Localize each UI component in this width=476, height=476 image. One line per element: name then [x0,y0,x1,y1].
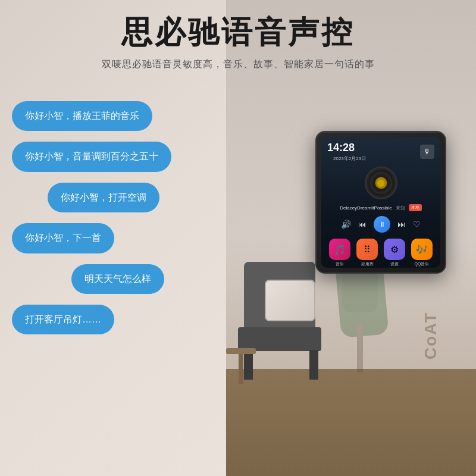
favorite-icon[interactable]: ♡ [413,220,421,229]
table-top [226,348,256,354]
chair-seat [238,327,321,351]
side-table [226,348,256,384]
next-button[interactable]: ⏭ [397,220,406,229]
device-panel[interactable]: 14:28 2023年2月23日 🎙 DelaceyDreamItPossibl… [315,131,446,274]
app-store[interactable]: ⠿ 应用库 [356,239,378,267]
vinyl-area [321,167,440,199]
floor [226,369,476,476]
vinyl-center [377,180,384,187]
tree-trunk [357,324,363,372]
app-store-icon: ⠿ [356,239,378,260]
screen-header: 14:28 2023年2月23日 🎙 [321,137,440,164]
chair-leg [309,350,318,380]
main-title: 思必驰语音声控 [0,12,476,54]
title-section: 思必驰语音声控 双唛思必驰语音灵敏度高，音乐、故事、智能家居一句话的事 [0,12,476,71]
song-info: DelaceyDreamItPossible 未知 本地 [321,202,440,214]
bubble-3: 你好小智，打开空调 [48,183,159,212]
bubble-4: 你好小智，下一首 [12,223,114,253]
screen-date: 2023年2月23日 [327,155,366,162]
app-store-label: 应用库 [361,261,374,267]
chair-back [244,262,315,333]
coat-watermark: CoAT [422,312,441,360]
song-source-badge: 本地 [409,204,422,211]
table-leg [239,354,243,384]
app-music-label: 音乐 [336,261,344,267]
app-settings[interactable]: ⚙ 设置 [384,239,405,267]
bubbles-container: 你好小智，播放王菲的音乐 你好小智，音量调到百分之五十 你好小智，打开空调 你好… [12,101,238,345]
app-qq-music[interactable]: 🎶 QQ音乐 [411,239,433,267]
app-settings-label: 设置 [390,261,399,267]
song-name: DelaceyDreamItPossible [340,205,392,211]
bubble-6: 打开客厅吊灯…… [12,305,114,334]
time-date-group: 14:28 2023年2月23日 [327,142,366,162]
pillow [265,280,315,321]
sub-title: 双唛思必驰语音灵敏度高，音乐、故事、智能家居一句话的事 [0,58,476,71]
player-controls: 🔊 ⏮ ⏸ ⏭ ♡ [321,214,440,235]
app-icons-row: 🎵 音乐 ⠿ 应用库 ⚙ 设置 🎶 QQ音乐 [321,235,440,268]
prev-button[interactable]: ⏮ [358,220,367,229]
app-qq-label: QQ音乐 [415,261,430,267]
screen-time: 14:28 [327,142,366,154]
app-music[interactable]: 🎵 音乐 [329,239,350,267]
bubble-2: 你好小智，音量调到百分之五十 [12,142,171,171]
vinyl-record [365,167,397,199]
app-settings-icon: ⚙ [384,239,405,260]
bubble-1: 你好小智，播放王菲的音乐 [12,101,152,131]
bubble-5: 明天天气怎么样 [71,264,164,294]
play-pause-button[interactable]: ⏸ [374,216,390,233]
volume-icon[interactable]: 🔊 [341,220,351,229]
song-unknown: 未知 [396,205,405,211]
app-music-icon: 🎵 [329,239,350,260]
device-screen: 14:28 2023年2月23日 🎙 DelaceyDreamItPossibl… [321,137,440,268]
mic-icon[interactable]: 🎙 [420,145,434,159]
app-qq-icon: 🎶 [411,239,433,260]
